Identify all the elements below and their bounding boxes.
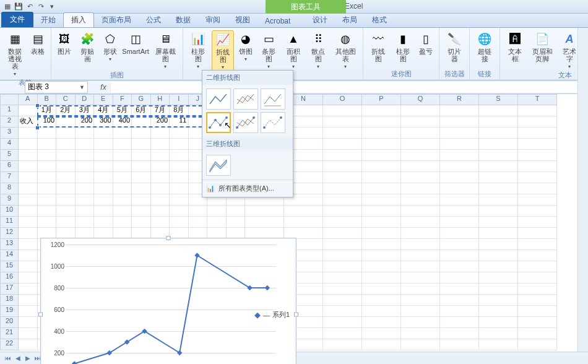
cell[interactable] [518, 217, 557, 228]
cell[interactable]: 400 [113, 116, 132, 128]
cell[interactable] [245, 206, 284, 217]
cell[interactable] [479, 116, 518, 128]
cell[interactable] [440, 172, 479, 183]
cell[interactable] [76, 194, 95, 206]
cell[interactable] [401, 183, 440, 194]
cell[interactable] [323, 239, 362, 250]
cell[interactable] [170, 161, 189, 172]
row-header[interactable]: 6 [0, 161, 19, 172]
cell[interactable] [401, 228, 440, 239]
chart-legend[interactable]: ◆— 系列1 [254, 310, 290, 319]
cell[interactable] [362, 261, 401, 272]
row-header[interactable]: 1 [0, 105, 19, 116]
cell[interactable]: 100 [38, 116, 57, 128]
cell[interactable]: 6月 [132, 105, 151, 116]
cell[interactable] [170, 206, 189, 217]
cell[interactable] [56, 183, 76, 194]
cell[interactable] [19, 228, 38, 239]
cell[interactable] [479, 172, 518, 183]
slicer-button[interactable]: 🔪切片器 [443, 30, 465, 64]
cell[interactable] [440, 217, 479, 228]
cell[interactable] [19, 261, 38, 272]
column-header[interactable]: E [94, 94, 113, 105]
column-header[interactable]: H [151, 94, 170, 105]
cell[interactable] [151, 150, 170, 161]
cell[interactable] [94, 150, 113, 161]
cell[interactable] [323, 328, 362, 339]
column-header[interactable]: Q [401, 94, 440, 105]
cell[interactable] [518, 150, 557, 161]
picture-button[interactable]: 🖼图片 [55, 30, 74, 71]
cell[interactable] [440, 239, 479, 250]
cell[interactable] [132, 194, 151, 206]
cell[interactable] [440, 194, 479, 206]
cell[interactable] [132, 217, 151, 228]
cell[interactable] [401, 250, 440, 261]
cell[interactable] [362, 295, 401, 306]
cell[interactable] [440, 139, 479, 150]
tab-page-layout[interactable]: 页面布局 [94, 13, 139, 27]
cell[interactable] [362, 217, 401, 228]
cell[interactable] [518, 295, 557, 306]
cell[interactable] [132, 128, 151, 139]
cell[interactable] [323, 261, 362, 272]
column-header[interactable]: S [479, 94, 518, 105]
cell[interactable] [440, 250, 479, 261]
cell[interactable] [113, 172, 132, 183]
cell[interactable] [151, 194, 170, 206]
cell[interactable] [113, 206, 132, 217]
column-header[interactable]: G [132, 94, 151, 105]
column-header[interactable]: F [113, 94, 132, 105]
cell[interactable] [323, 139, 362, 150]
clipart-button[interactable]: 🧩剪贴画 [76, 30, 98, 71]
cell[interactable] [362, 272, 401, 284]
line-chart-type-2[interactable] [233, 89, 258, 110]
cell[interactable] [19, 206, 38, 217]
cell[interactable] [19, 217, 38, 228]
embedded-chart[interactable]: 020040060080010001200 123456789101112 ◆—… [40, 238, 296, 364]
cell[interactable] [76, 150, 95, 161]
cell[interactable] [518, 206, 557, 217]
cell[interactable] [56, 206, 76, 217]
column-chart-button[interactable]: 📊柱形图▾ [187, 30, 209, 72]
cell[interactable] [401, 194, 440, 206]
cell[interactable] [113, 217, 132, 228]
cell[interactable] [479, 272, 518, 284]
cell[interactable] [151, 172, 170, 183]
cell[interactable] [440, 161, 479, 172]
cell[interactable] [170, 217, 189, 228]
cell[interactable] [362, 284, 401, 295]
cell[interactable] [76, 183, 95, 194]
cell[interactable] [19, 295, 38, 306]
cell[interactable] [323, 228, 362, 239]
cell[interactable] [207, 217, 227, 228]
cell[interactable] [19, 239, 38, 250]
cell[interactable] [440, 183, 479, 194]
cell[interactable] [323, 317, 362, 328]
cell[interactable] [518, 128, 557, 139]
column-header[interactable]: P [362, 94, 401, 105]
cell[interactable] [76, 172, 95, 183]
cell[interactable] [56, 194, 76, 206]
resize-handle[interactable] [294, 313, 298, 317]
cell[interactable] [38, 206, 57, 217]
cell[interactable] [19, 306, 38, 317]
line-chart-type-1[interactable] [206, 89, 231, 110]
cell[interactable] [362, 105, 401, 116]
cell[interactable] [479, 128, 518, 139]
cell[interactable] [518, 306, 557, 317]
cell[interactable] [362, 116, 401, 128]
cell[interactable] [401, 261, 440, 272]
cell[interactable] [362, 228, 401, 239]
cell[interactable] [151, 128, 170, 139]
cell[interactable]: 4月 [94, 105, 113, 116]
cell[interactable] [362, 317, 401, 328]
row-header[interactable]: 17 [0, 284, 19, 295]
cell[interactable] [19, 284, 38, 295]
cell[interactable] [284, 206, 323, 217]
cell[interactable] [38, 183, 57, 194]
cell[interactable] [38, 161, 57, 172]
column-header[interactable]: I [170, 94, 189, 105]
cell[interactable] [94, 128, 113, 139]
cell[interactable] [479, 284, 518, 295]
